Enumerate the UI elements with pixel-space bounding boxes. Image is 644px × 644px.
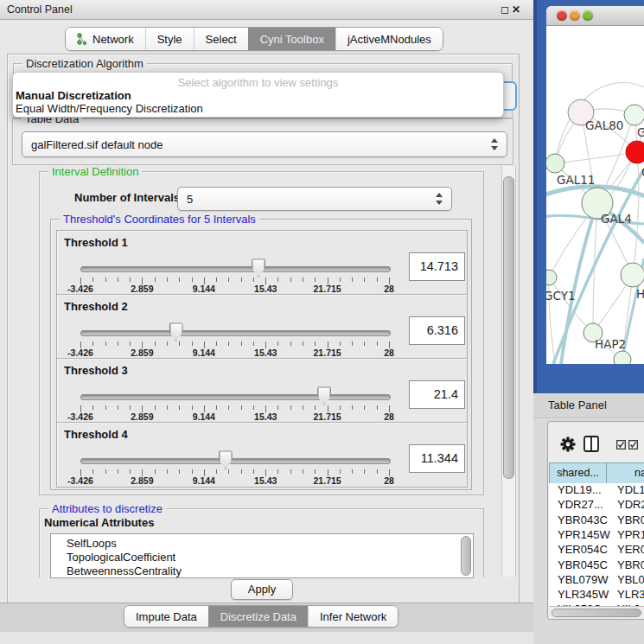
tab-cyni-toolbox[interactable]: Cyni Toolbox bbox=[248, 28, 335, 50]
tick-mark bbox=[179, 341, 180, 346]
tick-mark bbox=[228, 405, 229, 410]
tick-mark bbox=[130, 277, 131, 282]
zoom-traffic-light-icon[interactable] bbox=[583, 10, 593, 21]
tick-mark bbox=[352, 277, 353, 282]
attributes-scrollbar-thumb[interactable] bbox=[461, 536, 471, 576]
network-node-unlabeled-top-right[interactable] bbox=[624, 105, 644, 125]
algorithm-option-1[interactable]: Manual Discretization bbox=[16, 89, 131, 102]
network-edge[interactable] bbox=[633, 152, 639, 275]
slider-thumb[interactable] bbox=[219, 450, 233, 469]
column-layout-icon[interactable] bbox=[583, 436, 599, 452]
network-canvas[interactable]: GAL80GAL11GAL4GCY1HAP2GACYHA bbox=[546, 25, 644, 364]
node-label-hap2: HAP2 bbox=[595, 337, 626, 351]
tick-mark bbox=[192, 405, 193, 410]
cell-name: YBL0 bbox=[617, 573, 644, 586]
tick-label: 21.715 bbox=[303, 284, 352, 294]
apply-button[interactable]: Apply bbox=[231, 579, 293, 600]
table-panel-titlebar: Table Panel bbox=[533, 393, 644, 418]
tick-label: -3.426 bbox=[56, 348, 105, 358]
table-row[interactable]: YBR045CYBR0 bbox=[549, 558, 644, 574]
tick-mark bbox=[303, 469, 303, 474]
slider-track[interactable] bbox=[80, 330, 391, 336]
tick-label: 2.859 bbox=[118, 411, 166, 422]
tab-infer-network[interactable]: Infer Network bbox=[308, 606, 398, 627]
tick-mark bbox=[303, 341, 303, 346]
slider-track[interactable] bbox=[80, 394, 391, 400]
cell-name: YDL1 bbox=[617, 483, 644, 496]
table-row[interactable]: YER054CYER0 bbox=[549, 543, 644, 558]
tick-mark bbox=[253, 341, 254, 346]
table-row[interactable]: YLR345WYLR3 bbox=[549, 588, 644, 603]
tick-mark bbox=[315, 405, 316, 410]
network-node-h-partial[interactable] bbox=[621, 263, 644, 287]
tab-impute-data[interactable]: Impute Data bbox=[124, 606, 208, 627]
window-bottom-strip bbox=[0, 632, 533, 644]
content-scrollbar-thumb[interactable] bbox=[503, 176, 514, 479]
algorithm-option-2[interactable]: Equal Width/Frequency Discretization bbox=[16, 102, 203, 115]
tab-jactivemnodules[interactable]: jActiveMNodules bbox=[335, 28, 443, 50]
gear-icon[interactable] bbox=[560, 437, 576, 452]
table-data-combo[interactable]: galFiltered.sif default node bbox=[22, 131, 507, 157]
tick-label: -3.426 bbox=[56, 284, 105, 294]
tick-mark bbox=[377, 341, 378, 346]
window-float-icon[interactable]: ◻ bbox=[500, 4, 510, 15]
slider-thumb[interactable] bbox=[317, 386, 331, 405]
network-view-panel: GAL80GAL11GAL4GCY1HAP2GACYHA bbox=[533, 0, 644, 393]
network-node-gcy1[interactable] bbox=[546, 270, 557, 285]
slider-track[interactable] bbox=[80, 458, 391, 464]
attribute-item[interactable]: BetweennessCentrality bbox=[67, 564, 182, 577]
tab-style[interactable]: Style bbox=[145, 28, 194, 50]
cell-shared-name: YPR145W bbox=[558, 528, 610, 541]
table-row[interactable]: YDR27...YDR2 bbox=[549, 498, 644, 513]
network-node-gal11[interactable] bbox=[546, 154, 564, 173]
tab-label: Network bbox=[92, 33, 134, 46]
column-header-name[interactable]: na bbox=[606, 462, 644, 484]
numerical-attributes-list[interactable]: SelfLoopsTopologicalCoefficientBetweenne… bbox=[50, 533, 474, 578]
close-traffic-light-icon[interactable] bbox=[557, 10, 567, 21]
number-of-intervals-combo[interactable]: 5 bbox=[177, 187, 452, 211]
slider-track[interactable] bbox=[80, 266, 391, 272]
threshold-value-field[interactable]: 11.344 bbox=[409, 444, 465, 473]
tick-mark bbox=[315, 469, 316, 474]
tick-mark bbox=[290, 341, 291, 346]
tab-select[interactable]: Select bbox=[194, 28, 248, 50]
network-node-red-node[interactable] bbox=[626, 141, 644, 163]
threshold-value-field[interactable]: 14.713 bbox=[409, 252, 465, 281]
tab-network[interactable]: Network bbox=[66, 28, 145, 50]
table-row[interactable]: YDL19...YDL1 bbox=[549, 483, 644, 499]
table-row[interactable]: YPR145WYPR1 bbox=[549, 528, 644, 544]
tick-mark bbox=[179, 469, 180, 474]
number-of-intervals-value: 5 bbox=[187, 193, 193, 206]
tick-label: 21.715 bbox=[303, 348, 352, 358]
tick-mark bbox=[130, 469, 131, 474]
table-hscrollbar-track[interactable] bbox=[549, 606, 644, 617]
table-row[interactable]: YBR043CYBR0 bbox=[549, 513, 644, 529]
network-edge[interactable] bbox=[555, 152, 637, 163]
tab-label: Select bbox=[206, 33, 237, 46]
tick-mark bbox=[241, 405, 242, 410]
cell-name: YBR0 bbox=[617, 558, 644, 571]
attribute-item[interactable]: SelfLoops bbox=[67, 537, 117, 550]
checkbox-icons[interactable] bbox=[616, 440, 639, 450]
attribute-item[interactable]: TopologicalCoefficient bbox=[67, 551, 175, 564]
table-hscrollbar-thumb[interactable] bbox=[552, 609, 641, 617]
content-scrollbar-track[interactable] bbox=[501, 166, 516, 577]
window-close-icon[interactable]: ✕ bbox=[511, 4, 521, 15]
threshold-value-field[interactable]: 6.316 bbox=[409, 316, 465, 345]
tick-mark bbox=[155, 341, 156, 346]
threshold-value-field[interactable]: 21.4 bbox=[409, 380, 465, 409]
tick-mark bbox=[192, 469, 193, 474]
tick-mark bbox=[118, 277, 118, 282]
tick-label: 28 bbox=[365, 475, 413, 486]
tab-discretize-data[interactable]: Discretize Data bbox=[208, 606, 308, 627]
slider-thumb[interactable] bbox=[252, 258, 265, 277]
table-row[interactable]: YBL079WYBL0 bbox=[549, 573, 644, 589]
tick-mark bbox=[105, 341, 106, 346]
column-header-shared[interactable]: shared... bbox=[549, 462, 607, 484]
minimize-traffic-light-icon[interactable] bbox=[570, 10, 580, 21]
network-node-unlabeled-bottom[interactable] bbox=[614, 351, 631, 364]
slider-thumb[interactable] bbox=[169, 322, 183, 341]
tick-mark bbox=[118, 341, 118, 346]
tick-mark bbox=[105, 405, 106, 410]
tick-label: 15.43 bbox=[241, 411, 290, 422]
